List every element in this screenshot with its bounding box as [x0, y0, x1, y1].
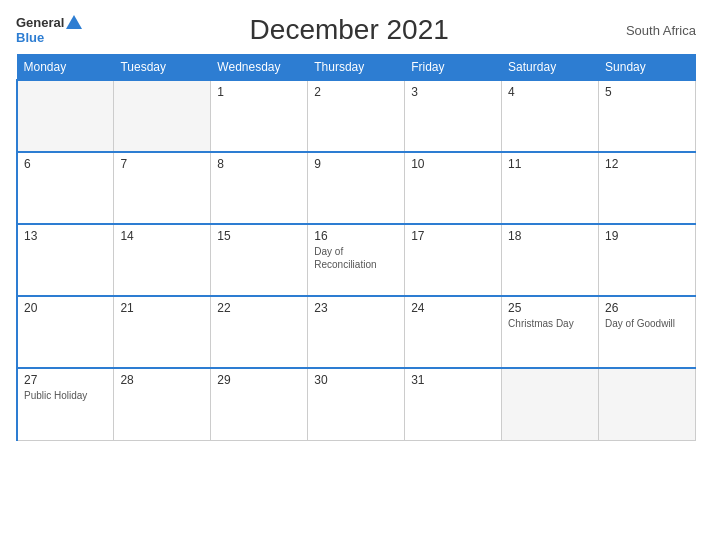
day-cell-w3-d3: 15	[211, 224, 308, 296]
day-number: 22	[217, 301, 301, 315]
weekday-header-row: Monday Tuesday Wednesday Thursday Friday…	[17, 55, 696, 81]
header-tuesday: Tuesday	[114, 55, 211, 81]
country-label: South Africa	[616, 23, 696, 38]
day-number: 4	[508, 85, 592, 99]
day-cell-w1-d3: 1	[211, 80, 308, 152]
day-number: 28	[120, 373, 204, 387]
day-number: 11	[508, 157, 592, 171]
logo-blue-text: Blue	[16, 31, 44, 45]
week-row-1: 12345	[17, 80, 696, 152]
day-cell-w4-d2: 21	[114, 296, 211, 368]
day-number: 27	[24, 373, 107, 387]
day-cell-w5-d5: 31	[405, 368, 502, 440]
day-cell-w1-d1	[17, 80, 114, 152]
day-number: 31	[411, 373, 495, 387]
day-number: 16	[314, 229, 398, 243]
logo-triangle-icon	[66, 15, 82, 29]
holiday-name: Day of Goodwill	[605, 317, 689, 330]
day-number: 25	[508, 301, 592, 315]
day-number: 9	[314, 157, 398, 171]
calendar-header: General Blue December 2021 South Africa	[16, 14, 696, 46]
logo-general-text: General	[16, 16, 64, 30]
day-cell-w3-d2: 14	[114, 224, 211, 296]
day-cell-w2-d7: 12	[599, 152, 696, 224]
week-row-4: 202122232425Christmas Day26Day of Goodwi…	[17, 296, 696, 368]
day-cell-w5-d7	[599, 368, 696, 440]
day-cell-w5-d6	[502, 368, 599, 440]
holiday-name: Day of Reconciliation	[314, 245, 398, 271]
day-cell-w1-d7: 5	[599, 80, 696, 152]
day-number: 19	[605, 229, 689, 243]
day-number: 7	[120, 157, 204, 171]
day-cell-w3-d7: 19	[599, 224, 696, 296]
week-row-2: 6789101112	[17, 152, 696, 224]
header-friday: Friday	[405, 55, 502, 81]
day-number: 13	[24, 229, 107, 243]
day-number: 3	[411, 85, 495, 99]
day-cell-w1-d2	[114, 80, 211, 152]
day-cell-w3-d1: 13	[17, 224, 114, 296]
header-wednesday: Wednesday	[211, 55, 308, 81]
week-row-5: 27Public Holiday28293031	[17, 368, 696, 440]
day-number: 8	[217, 157, 301, 171]
day-number: 12	[605, 157, 689, 171]
month-title: December 2021	[82, 14, 616, 46]
day-number: 26	[605, 301, 689, 315]
day-cell-w3-d6: 18	[502, 224, 599, 296]
day-cell-w4-d3: 22	[211, 296, 308, 368]
day-cell-w2-d4: 9	[308, 152, 405, 224]
day-cell-w2-d5: 10	[405, 152, 502, 224]
day-number: 23	[314, 301, 398, 315]
day-cell-w2-d1: 6	[17, 152, 114, 224]
day-number: 10	[411, 157, 495, 171]
day-cell-w1-d6: 4	[502, 80, 599, 152]
day-cell-w3-d4: 16Day of Reconciliation	[308, 224, 405, 296]
day-number: 5	[605, 85, 689, 99]
day-cell-w5-d3: 29	[211, 368, 308, 440]
calendar-table: Monday Tuesday Wednesday Thursday Friday…	[16, 54, 696, 441]
day-cell-w2-d3: 8	[211, 152, 308, 224]
day-number: 14	[120, 229, 204, 243]
header-saturday: Saturday	[502, 55, 599, 81]
day-number: 24	[411, 301, 495, 315]
day-cell-w4-d6: 25Christmas Day	[502, 296, 599, 368]
day-cell-w4-d1: 20	[17, 296, 114, 368]
day-number: 2	[314, 85, 398, 99]
week-row-3: 13141516Day of Reconciliation171819	[17, 224, 696, 296]
day-number: 18	[508, 229, 592, 243]
logo: General Blue	[16, 15, 82, 45]
day-cell-w5-d2: 28	[114, 368, 211, 440]
day-cell-w4-d7: 26Day of Goodwill	[599, 296, 696, 368]
day-cell-w2-d6: 11	[502, 152, 599, 224]
day-number: 20	[24, 301, 107, 315]
day-number: 17	[411, 229, 495, 243]
day-number: 6	[24, 157, 107, 171]
day-cell-w3-d5: 17	[405, 224, 502, 296]
day-number: 1	[217, 85, 301, 99]
header-thursday: Thursday	[308, 55, 405, 81]
day-cell-w4-d4: 23	[308, 296, 405, 368]
day-number: 15	[217, 229, 301, 243]
day-cell-w1-d4: 2	[308, 80, 405, 152]
day-number: 30	[314, 373, 398, 387]
header-monday: Monday	[17, 55, 114, 81]
day-cell-w5-d4: 30	[308, 368, 405, 440]
day-cell-w2-d2: 7	[114, 152, 211, 224]
day-cell-w1-d5: 3	[405, 80, 502, 152]
holiday-name: Christmas Day	[508, 317, 592, 330]
day-number: 29	[217, 373, 301, 387]
calendar-container: General Blue December 2021 South Africa …	[0, 0, 712, 550]
holiday-name: Public Holiday	[24, 389, 107, 402]
header-sunday: Sunday	[599, 55, 696, 81]
day-cell-w5-d1: 27Public Holiday	[17, 368, 114, 440]
day-number: 21	[120, 301, 204, 315]
day-cell-w4-d5: 24	[405, 296, 502, 368]
